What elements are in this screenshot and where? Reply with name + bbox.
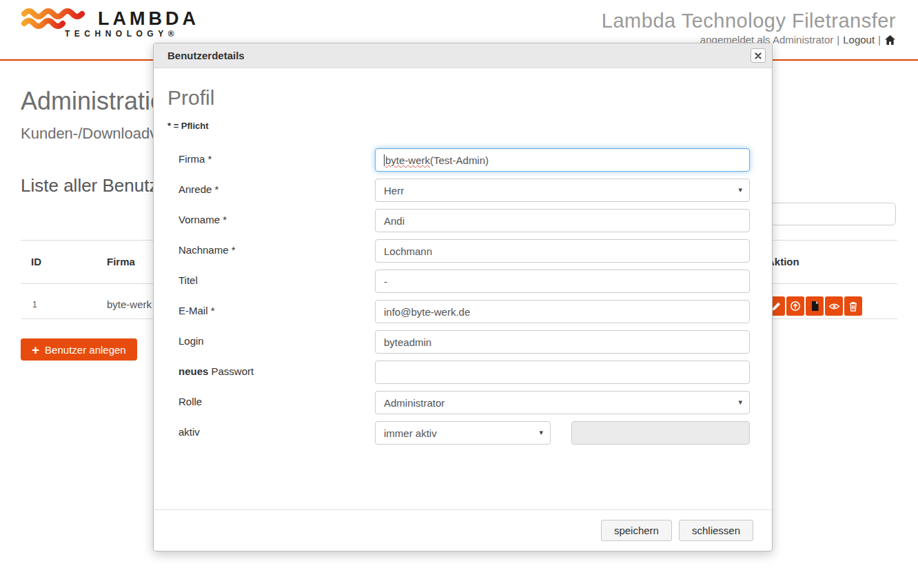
logo-waves-icon (21, 7, 95, 30)
passwort-label-bold: neues (178, 365, 208, 377)
anrede-label: Anrede * (178, 183, 218, 195)
field-row-login: Login (154, 330, 772, 354)
app-title: Lambda Technology Filetransfer (602, 10, 896, 32)
field-row-email: E-Mail * (154, 300, 772, 323)
dialog-titlebar[interactable]: Benutzerdetails (154, 43, 772, 68)
separator: | (837, 34, 839, 45)
dialog-buttonpane: speichern schliessen (601, 520, 753, 541)
close-icon (755, 52, 762, 59)
required-hint: * = Pflicht (167, 121, 209, 131)
eye-icon (828, 301, 840, 312)
add-user-button[interactable]: + Benutzer anlegen (21, 338, 137, 361)
table-cell-id: 1 (32, 300, 37, 310)
vorname-label: Vorname * (178, 214, 227, 225)
firma-value-rest: (Test-Admin) (430, 154, 489, 166)
field-row-passwort: neues Passwort (154, 361, 772, 384)
firma-input[interactable]: byte-werk (Test-Admin) (375, 148, 750, 172)
email-input[interactable] (375, 300, 750, 323)
nachname-input[interactable] (375, 239, 750, 263)
field-row-aktiv: aktiv immer aktiv ▾ (154, 421, 772, 445)
anrede-value: Herr (384, 185, 404, 196)
text-caret (384, 154, 385, 166)
aktiv-extra-input (571, 421, 750, 445)
add-user-label: Benutzer anlegen (45, 344, 126, 356)
separator: | (878, 34, 881, 45)
close-button[interactable] (751, 48, 766, 63)
upload-circle-arrow-icon (790, 301, 801, 312)
logo-text: LAMBDA (98, 8, 199, 30)
anrede-select[interactable]: Herr ▾ (375, 179, 750, 202)
field-row-nachname: Nachname * (154, 239, 772, 263)
chevron-down-icon: ▾ (738, 186, 742, 194)
home-icon[interactable] (884, 34, 896, 45)
document-file-icon (810, 301, 820, 312)
delete-button[interactable] (844, 296, 862, 316)
field-row-titel: Titel (154, 270, 772, 293)
titel-label: Titel (178, 274, 198, 286)
passwort-input[interactable] (375, 361, 750, 384)
upload-button[interactable] (786, 296, 804, 316)
close-dialog-button[interactable]: schliessen (679, 520, 753, 541)
aktiv-label: aktiv (178, 426, 200, 438)
rolle-value: Administrator (384, 397, 445, 409)
passwort-label: neues Passwort (178, 365, 254, 377)
login-input[interactable] (375, 330, 750, 354)
nachname-label: Nachname * (178, 244, 236, 256)
firma-label: Firma * (178, 153, 212, 165)
rolle-label: Rolle (178, 396, 202, 407)
field-row-rolle: Rolle Administrator ▾ (154, 391, 772, 414)
chevron-down-icon: ▾ (539, 429, 543, 436)
field-row-anrede: Anrede * Herr ▾ (154, 179, 772, 202)
field-row-vorname: Vorname * (154, 209, 772, 232)
document-button[interactable] (806, 296, 824, 316)
save-button[interactable]: speichern (601, 520, 672, 541)
passwort-label-rest: Passwort (208, 365, 254, 377)
email-label: E-Mail * (178, 305, 215, 316)
row-action-buttons (767, 296, 862, 316)
profile-section-title: Profil (167, 86, 214, 110)
vorname-input[interactable] (375, 209, 750, 232)
user-list-title: Liste aller Benutzer (21, 175, 174, 196)
user-details-dialog: Benutzerdetails Profil * = Pflicht Firma… (153, 43, 773, 551)
rolle-select[interactable]: Administrator ▾ (375, 391, 750, 414)
column-header-firma: Firma (107, 256, 135, 267)
logout-link[interactable]: Logout (843, 34, 875, 45)
lambda-logo: LAMBDA TECHNOLOGY® (21, 6, 200, 41)
chevron-down-icon: ▾ (738, 398, 742, 406)
aktiv-select[interactable]: immer aktiv ▾ (375, 421, 551, 445)
field-row-firma: Firma * byte-werk (Test-Admin) (154, 148, 772, 172)
column-header-id: ID (31, 256, 41, 267)
view-button[interactable] (825, 296, 843, 316)
titel-input[interactable] (375, 270, 750, 293)
login-label: Login (178, 335, 204, 347)
aktiv-value: immer aktiv (384, 427, 437, 439)
trash-icon (848, 301, 858, 312)
footer-divider (154, 509, 772, 510)
dialog-title: Benutzerdetails (167, 43, 245, 68)
plus-icon: + (32, 343, 39, 356)
firma-value-word: byte-werk (385, 154, 430, 166)
logo-subtext: TECHNOLOGY® (65, 29, 178, 39)
